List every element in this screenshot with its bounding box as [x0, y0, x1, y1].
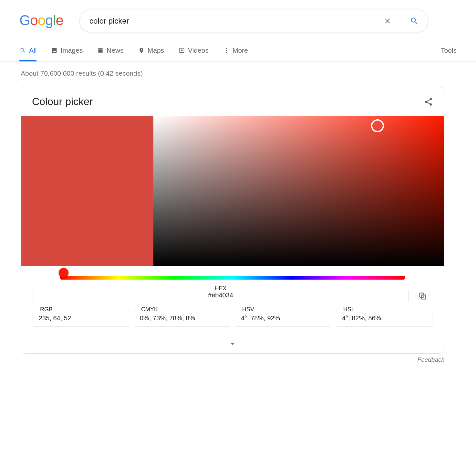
svg-point-3 — [430, 98, 432, 100]
tab-label: Videos — [188, 47, 209, 54]
map-pin-icon — [138, 47, 145, 54]
tab-all[interactable]: All — [19, 47, 36, 61]
tab-images[interactable]: Images — [51, 47, 83, 61]
tab-label: More — [233, 47, 248, 54]
tab-label: Maps — [148, 47, 164, 54]
field-label: HSL — [341, 306, 357, 313]
search-icon[interactable] — [410, 16, 419, 26]
saturation-value-field[interactable] — [153, 116, 444, 266]
play-icon — [178, 47, 185, 54]
hex-value: #eb4034 — [33, 292, 408, 299]
image-icon — [51, 47, 58, 54]
search-bar — [79, 10, 428, 32]
tab-more[interactable]: More — [223, 47, 248, 61]
hue-thumb[interactable] — [59, 268, 68, 278]
field-value: 4°, 78%, 92% — [241, 315, 325, 322]
rgb-field[interactable]: RGB 235, 64, 52 — [33, 310, 129, 327]
svg-point-0 — [226, 48, 227, 49]
tab-videos[interactable]: Videos — [178, 47, 209, 61]
tab-label: All — [29, 47, 36, 54]
share-icon[interactable] — [424, 97, 433, 106]
field-value: 0%, 73%, 78%, 8% — [140, 315, 224, 322]
tab-label: Images — [60, 47, 83, 54]
tab-news[interactable]: News — [97, 47, 124, 61]
svg-point-5 — [430, 103, 432, 105]
hue-slider[interactable] — [60, 276, 405, 280]
news-icon — [97, 47, 104, 54]
google-logo[interactable]: Google — [19, 12, 63, 30]
chevron-down-icon — [228, 339, 237, 348]
feedback-link[interactable]: Feedback — [21, 356, 444, 376]
search-input[interactable] — [89, 16, 377, 26]
tabs: All Images News Maps Videos More Tools — [0, 37, 476, 62]
tab-label: News — [107, 47, 124, 54]
result-stats: About 70,600,000 results (0.42 seconds) — [0, 62, 476, 77]
hex-label: HEX — [212, 285, 229, 292]
hex-field[interactable]: HEX #eb4034 — [33, 289, 409, 303]
magnifier-icon — [19, 47, 26, 54]
hsl-field[interactable]: HSL 4°, 82%, 56% — [336, 310, 432, 327]
field-value: 235, 64, 52 — [39, 315, 123, 322]
svg-point-1 — [226, 50, 227, 51]
dots-vertical-icon — [223, 47, 230, 54]
field-label: RGB — [38, 306, 55, 313]
copy-icon[interactable] — [413, 289, 432, 303]
tools-button[interactable]: Tools — [441, 47, 457, 61]
field-label: CMYK — [139, 306, 160, 313]
cmyk-field[interactable]: CMYK 0%, 73%, 78%, 8% — [134, 310, 230, 327]
sv-cursor[interactable] — [371, 119, 384, 132]
svg-point-4 — [425, 101, 428, 103]
svg-point-2 — [226, 52, 227, 53]
color-picker-card: Colour picker HEX #eb4034 RGB 235, 64, 5… — [21, 87, 444, 354]
clear-icon[interactable] — [383, 16, 392, 26]
color-swatch — [21, 116, 153, 266]
expand-button[interactable] — [21, 334, 444, 353]
divider — [398, 15, 398, 27]
card-title: Colour picker — [32, 96, 93, 108]
field-label: HSV — [240, 306, 256, 313]
tab-maps[interactable]: Maps — [138, 47, 164, 61]
hsv-field[interactable]: HSV 4°, 78%, 92% — [235, 310, 331, 327]
field-value: 4°, 82%, 56% — [342, 315, 426, 322]
